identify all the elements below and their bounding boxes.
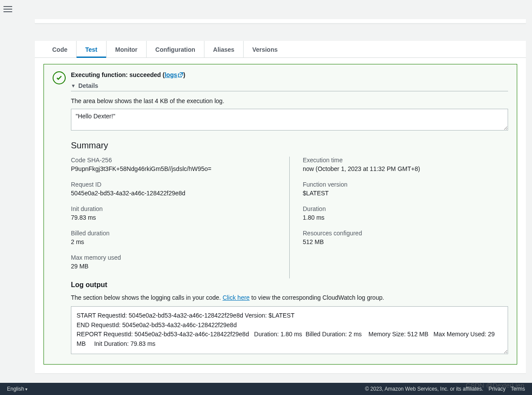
tab-aliases[interactable]: Aliases bbox=[204, 41, 244, 57]
kv-execution-time: Execution time now (October 1, 2023 at 1… bbox=[303, 157, 508, 172]
footer: English © 2023, Amazon Web Services, Inc… bbox=[0, 383, 532, 395]
tab-versions[interactable]: Versions bbox=[244, 41, 286, 57]
log-output-box[interactable] bbox=[71, 306, 508, 354]
card-edge bbox=[35, 19, 526, 23]
kv-billed-duration: Billed duration 2 ms bbox=[71, 230, 276, 245]
page-scroll[interactable]: Code Test Monitor Configuration Aliases … bbox=[18, 0, 532, 383]
click-here-link[interactable]: Click here bbox=[223, 294, 250, 301]
logs-link[interactable]: logs bbox=[164, 71, 183, 78]
details-toggle[interactable]: ▼ Details bbox=[71, 82, 508, 91]
hamburger-icon[interactable] bbox=[3, 4, 12, 13]
kv-code-sha: Code SHA-256 P9upnFkgj3t3FK+58Ndg46rkiGm… bbox=[71, 157, 276, 172]
privacy-link[interactable]: Privacy bbox=[489, 386, 505, 392]
external-link-icon bbox=[178, 72, 183, 79]
kv-request-id: Request ID 5045e0a2-bd53-4a32-a46c-12842… bbox=[71, 181, 276, 197]
kv-function-version: Function version $LATEST bbox=[303, 181, 508, 197]
execution-title: Executing function: succeeded (logs) bbox=[71, 71, 508, 79]
tabs: Code Test Monitor Configuration Aliases … bbox=[35, 41, 526, 58]
execution-output[interactable] bbox=[71, 109, 508, 131]
tab-monitor[interactable]: Monitor bbox=[107, 41, 147, 57]
main-card: Code Test Monitor Configuration Aliases … bbox=[35, 41, 526, 373]
kv-duration: Duration 1.80 ms bbox=[303, 205, 508, 221]
details-label: Details bbox=[78, 82, 98, 89]
log-output-desc: The section below shows the logging call… bbox=[71, 294, 508, 301]
tab-code[interactable]: Code bbox=[43, 41, 77, 57]
tab-test[interactable]: Test bbox=[77, 41, 107, 57]
tab-configuration[interactable]: Configuration bbox=[147, 41, 204, 57]
terms-link[interactable]: Terms bbox=[511, 386, 525, 392]
triangle-down-icon: ▼ bbox=[71, 83, 76, 88]
kb-note: The area below shows the last 4 KB of th… bbox=[71, 97, 508, 104]
kv-resources-configured: Resources configured 512 MB bbox=[303, 230, 508, 245]
language-selector[interactable]: English bbox=[7, 386, 27, 392]
summary-grid: Code SHA-256 P9upnFkgj3t3FK+58Ndg46rkiGm… bbox=[71, 157, 508, 278]
execution-result: Executing function: succeeded (logs) ▼ D… bbox=[43, 64, 517, 365]
summary-title: Summary bbox=[71, 141, 508, 151]
success-badge-icon bbox=[53, 71, 66, 84]
log-output-title: Log output bbox=[71, 281, 508, 289]
kv-max-memory: Max memory used 29 MB bbox=[71, 254, 276, 270]
kv-init-duration: Init duration 79.83 ms bbox=[71, 205, 276, 221]
copyright: © 2023, Amazon Web Services, Inc. or its… bbox=[365, 386, 483, 392]
